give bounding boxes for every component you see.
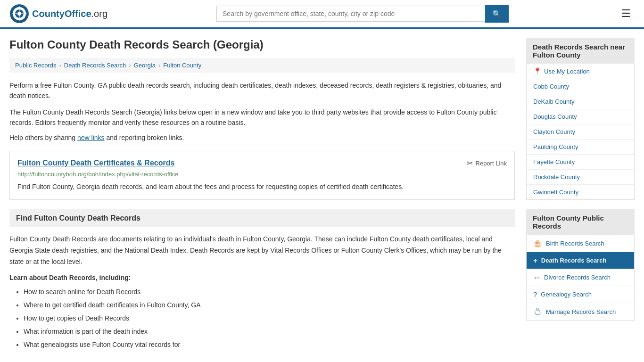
record-icon: ? [533,290,537,298]
scissors-icon: ✂ [467,159,473,168]
logo-text: CountyOffice.org [32,8,107,19]
find-section-text: Fulton County Death Records are document… [9,234,515,267]
record-icon: ↔ [533,273,540,281]
menu-button[interactable]: ☰ [618,6,635,22]
new-links-link[interactable]: new links [77,134,105,141]
record-label: Genealogy Search [541,291,592,298]
breadcrumb-sep-3: › [158,62,160,69]
breadcrumb: Public Records › Death Records Search › … [9,58,515,73]
breadcrumb-sep-2: › [129,62,131,69]
sidebar-record-item-death-records-search[interactable]: +Death Records Search [527,252,634,269]
sidebar-item-rockdale-county[interactable]: Rockdale County [527,170,634,185]
svg-rect-5 [19,6,20,21]
sidebar-item-gwinnett-county[interactable]: Gwinnett County [527,185,634,199]
learn-list-item: What genealogists use Fulton County vita… [24,338,515,351]
learn-list-item: Where to get certified death certificate… [24,298,515,312]
learn-list: How to search online for Death RecordsWh… [9,285,515,351]
report-link-button[interactable]: ✂ Report Link [467,159,507,168]
location-icon: 📍 [533,67,541,75]
help-text: Help others by sharing new links and rep… [9,134,515,141]
sidebar-item-douglas-county[interactable]: Douglas County [527,109,634,124]
nearby-counties-list: 📍 Use My Location Cobb CountyDeKalb Coun… [526,64,635,200]
record-label: Marriage Records Search [546,308,616,315]
intro-paragraph-1: Perform a free Fulton County, GA public … [9,80,515,101]
sidebar-record-item-genealogy-search[interactable]: ?Genealogy Search [527,286,634,303]
page-title: Fulton County Death Records Search (Geor… [9,38,515,51]
search-icon: 🔍 [492,10,502,18]
breadcrumb-sep-1: › [59,62,61,69]
content-area: Fulton County Death Records Search (Geor… [9,38,515,351]
intro-paragraph-2: The Fulton County Death Records Search (… [9,107,515,128]
sidebar-record-item-divorce-records-search[interactable]: ↔Divorce Records Search [527,269,634,286]
sidebar-item-paulding-county[interactable]: Paulding County [527,140,634,155]
learn-title: Learn about Death Records, including: [9,274,515,281]
breadcrumb-public-records[interactable]: Public Records [15,62,56,69]
sidebar-item-fayette-county[interactable]: Fayette County [527,155,634,170]
record-label: Divorce Records Search [544,274,611,281]
record-icon: + [533,256,537,264]
header: CountyOffice.org 🔍 ☰ [0,0,644,29]
sidebar: Death Records Search near Fulton County … [526,38,635,351]
sidebar-item-use-location[interactable]: 📍 Use My Location [527,64,634,79]
sidebar-record-item-marriage-records-search[interactable]: 💍Marriage Records Search [527,303,634,320]
sidebar-item-clayton-county[interactable]: Clayton County [527,124,634,140]
sidebar-public-records-title: Fulton County Public Records [526,209,635,235]
breadcrumb-georgia[interactable]: Georgia [134,62,156,69]
find-section: Find Fulton County Death Records Fulton … [9,209,515,351]
record-label: Birth Records Search [546,240,604,247]
logo[interactable]: CountyOffice.org [9,4,107,24]
search-input[interactable] [216,6,485,22]
main-layout: Fulton County Death Records Search (Geor… [0,29,644,361]
search-button[interactable]: 🔍 [485,5,509,23]
breadcrumb-fulton-county[interactable]: Fulton County [163,62,201,69]
record-description: Find Fulton County, Georgia death record… [17,181,507,192]
record-label: Death Records Search [541,257,607,264]
learn-list-item: What information is part of the death in… [24,325,515,338]
find-section-header: Find Fulton County Death Records [9,209,515,227]
record-entry: Fulton County Death Certificates & Recor… [9,151,515,200]
public-records-list: 🎂Birth Records Search+Death Records Sear… [526,235,635,321]
record-url[interactable]: http://fultoncountyboh.org/boh/index.php… [17,171,507,178]
sidebar-item-dekalb-county[interactable]: DeKalb County [527,94,634,109]
sidebar-nearby-title: Death Records Search near Fulton County [526,38,635,64]
breadcrumb-death-records[interactable]: Death Records Search [64,62,126,69]
hamburger-icon: ☰ [621,8,631,19]
sidebar-item-cobb-county[interactable]: Cobb County [527,79,634,94]
record-icon: 🎂 [533,239,542,247]
record-title[interactable]: Fulton County Death Certificates & Recor… [17,159,174,167]
record-header: Fulton County Death Certificates & Recor… [17,159,507,168]
record-icon: 💍 [533,307,542,316]
search-area: 🔍 [216,5,509,23]
learn-list-item: How to get copies of Death Records [24,312,515,325]
sidebar-record-item-birth-records-search[interactable]: 🎂Birth Records Search [527,235,634,252]
learn-list-item: How to search online for Death Records [24,285,515,298]
logo-icon [9,4,29,24]
